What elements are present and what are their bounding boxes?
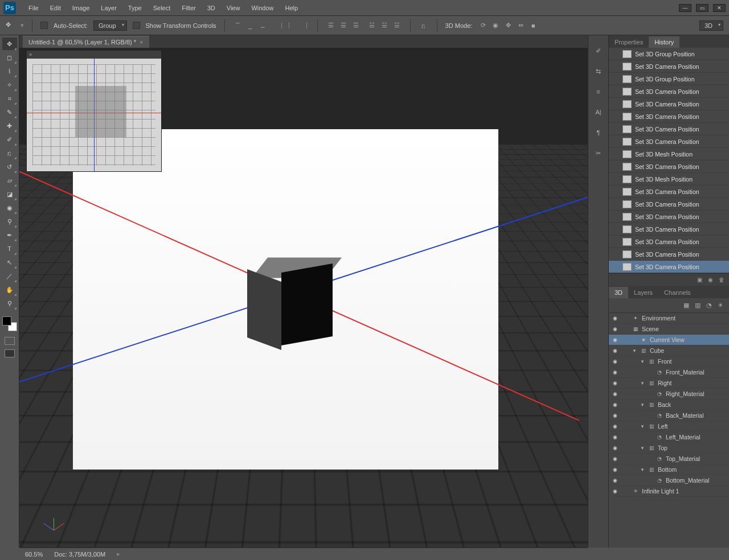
disclosure-icon[interactable]: ▼ bbox=[640, 424, 645, 429]
axis-gizmo[interactable] bbox=[42, 510, 65, 533]
disclosure-icon[interactable]: ▼ bbox=[640, 467, 645, 472]
show-transform-checkbox[interactable] bbox=[133, 22, 140, 29]
disclosure-icon[interactable]: ▼ bbox=[632, 348, 637, 353]
slide-icon[interactable]: ⇔ bbox=[515, 20, 526, 31]
tree-row[interactable]: ◉▦Scene bbox=[609, 324, 729, 335]
eyedropper-tool[interactable]: ✎ bbox=[2, 106, 17, 118]
tree-row[interactable]: ◉◔Back_Material bbox=[609, 410, 729, 421]
tree-row[interactable]: ◉◔Bottom_Material bbox=[609, 475, 729, 486]
dodge-tool[interactable]: ⚲ bbox=[2, 215, 17, 228]
cube-mesh[interactable] bbox=[247, 271, 327, 351]
dist-left-icon[interactable]: ☱ bbox=[367, 20, 377, 31]
visibility-icon[interactable]: ◉ bbox=[611, 488, 619, 494]
trash-icon[interactable]: 🗑 bbox=[719, 277, 724, 283]
disclosure-icon[interactable]: ▼ bbox=[640, 381, 645, 386]
history-row[interactable]: Set 3D Group Position bbox=[609, 73, 729, 85]
mini-close-icon[interactable]: × bbox=[29, 52, 32, 57]
auto-select-dropdown[interactable]: Group bbox=[93, 20, 127, 31]
heal-tool[interactable]: ✚ bbox=[2, 120, 17, 132]
tree-row[interactable]: ◉▼▥Bottom bbox=[609, 464, 729, 475]
menu-edit[interactable]: Edit bbox=[44, 1, 67, 15]
para-panel-icon[interactable]: ¶ bbox=[593, 127, 604, 138]
styles-panel-icon[interactable]: ≡ bbox=[593, 87, 604, 97]
tab-properties[interactable]: Properties bbox=[609, 36, 649, 48]
roll-icon[interactable]: ◉ bbox=[490, 20, 501, 31]
tree-row[interactable]: ◉☀Infinite Light 1 bbox=[609, 486, 729, 497]
menu-3d[interactable]: 3D bbox=[202, 1, 221, 15]
tree-row[interactable]: ◉▼▥Right bbox=[609, 378, 729, 389]
lasso-tool[interactable]: ⌇ bbox=[2, 65, 17, 77]
history-row[interactable]: Set 3D Camera Position bbox=[609, 160, 729, 173]
history-row[interactable]: Set 3D Camera Position bbox=[609, 110, 729, 123]
visibility-icon[interactable]: ◉ bbox=[611, 337, 619, 343]
history-row[interactable]: Set 3D Camera Position bbox=[609, 123, 729, 135]
menu-filter[interactable]: Filter bbox=[176, 1, 201, 15]
align-vcenter-icon[interactable]: ⎯ bbox=[245, 20, 256, 31]
menu-window[interactable]: Window bbox=[245, 1, 279, 15]
visibility-icon[interactable]: ◉ bbox=[611, 348, 619, 353]
camera-icon[interactable]: ◉ bbox=[708, 277, 713, 283]
menu-file[interactable]: File bbox=[23, 1, 44, 15]
history-row[interactable]: Set 3D Mesh Position bbox=[609, 148, 729, 160]
history-row[interactable]: Set 3D Group Position bbox=[609, 48, 729, 60]
history-row[interactable]: Set 3D Camera Position bbox=[609, 248, 729, 261]
visibility-icon[interactable]: ◉ bbox=[611, 315, 619, 321]
visibility-icon[interactable]: ◉ bbox=[611, 369, 619, 375]
visibility-icon[interactable]: ◉ bbox=[611, 477, 619, 483]
marquee-tool[interactable]: ◻ bbox=[2, 51, 17, 64]
tree-row[interactable]: ◉■Current View bbox=[609, 335, 729, 345]
history-row[interactable]: Set 3D Camera Position bbox=[609, 85, 729, 98]
tool-preset-icon[interactable]: ✂ bbox=[593, 148, 604, 158]
char-panel-icon[interactable]: A| bbox=[593, 107, 604, 117]
menu-type[interactable]: Type bbox=[122, 1, 148, 15]
history-row[interactable]: Set 3D Camera Position bbox=[609, 198, 729, 211]
tree-row[interactable]: ◉▼▥Cube bbox=[609, 345, 729, 356]
disclosure-icon[interactable]: ▼ bbox=[640, 446, 645, 451]
brush-tool[interactable]: ✐ bbox=[2, 133, 17, 146]
quickmask-toggle[interactable] bbox=[5, 337, 15, 345]
menu-help[interactable]: Help bbox=[280, 1, 304, 15]
dist-top-icon[interactable]: ☰ bbox=[326, 20, 336, 31]
swatches-panel-icon[interactable]: ⇆ bbox=[593, 66, 604, 76]
dist-right-icon[interactable]: ☱ bbox=[392, 20, 402, 31]
history-brush-tool[interactable]: ↺ bbox=[2, 160, 17, 173]
tree-row[interactable]: ◉▼▥Left bbox=[609, 421, 729, 432]
visibility-icon[interactable]: ◉ bbox=[611, 434, 619, 440]
screenmode-toggle[interactable] bbox=[5, 349, 15, 357]
tab-layers[interactable]: Layers bbox=[628, 287, 658, 298]
align-top-icon[interactable]: ⎺ bbox=[233, 20, 243, 31]
path-tool[interactable]: ↖ bbox=[2, 256, 17, 269]
tab-3d[interactable]: 3D bbox=[609, 287, 628, 298]
filter-light-icon[interactable]: ☀ bbox=[718, 302, 723, 309]
type-tool[interactable]: T bbox=[2, 242, 17, 255]
history-list[interactable]: Set 3D Group PositionSet 3D Camera Posit… bbox=[609, 48, 729, 273]
dist-bottom-icon[interactable]: ☰ bbox=[351, 20, 361, 31]
document-tab[interactable]: Untitled-1 @ 60,5% (Layer 1, RGB/8) * × bbox=[23, 36, 149, 48]
zoom-readout[interactable]: 60.5% bbox=[25, 551, 43, 558]
filter-mesh-icon[interactable]: ▥ bbox=[695, 302, 701, 309]
history-row[interactable]: Set 3D Camera Position bbox=[609, 261, 729, 273]
history-row[interactable]: Set 3D Camera Position bbox=[609, 223, 729, 236]
tree-row[interactable]: ◉◔Front_Material bbox=[609, 367, 729, 378]
maximize-button[interactable]: ▭ bbox=[696, 4, 708, 12]
tab-history[interactable]: History bbox=[649, 36, 679, 48]
move-tool[interactable]: ✥ bbox=[2, 38, 17, 50]
history-row[interactable]: Set 3D Camera Position bbox=[609, 135, 729, 148]
hand-tool[interactable]: ✋ bbox=[2, 283, 17, 296]
tab-channels[interactable]: Channels bbox=[658, 287, 696, 298]
history-row[interactable]: Set 3D Mesh Position bbox=[609, 173, 729, 186]
secondary-view[interactable]: × bbox=[26, 58, 162, 172]
align-right-icon[interactable]: ⎹ bbox=[299, 20, 309, 31]
menu-select[interactable]: Select bbox=[148, 1, 177, 15]
tree-row[interactable]: ◉▼▥Back bbox=[609, 400, 729, 410]
visibility-icon[interactable]: ◉ bbox=[611, 445, 619, 451]
menu-layer[interactable]: Layer bbox=[95, 1, 122, 15]
menu-view[interactable]: View bbox=[221, 1, 246, 15]
visibility-icon[interactable]: ◉ bbox=[611, 456, 619, 462]
auto-select-checkbox[interactable] bbox=[40, 22, 48, 29]
new-snapshot-icon[interactable]: ▣ bbox=[697, 277, 702, 283]
history-row[interactable]: Set 3D Camera Position bbox=[609, 236, 729, 248]
pen-tool[interactable]: ✒ bbox=[2, 229, 17, 241]
history-row[interactable]: Set 3D Camera Position bbox=[609, 211, 729, 223]
tree-row[interactable]: ◉◔Left_Material bbox=[609, 432, 729, 443]
